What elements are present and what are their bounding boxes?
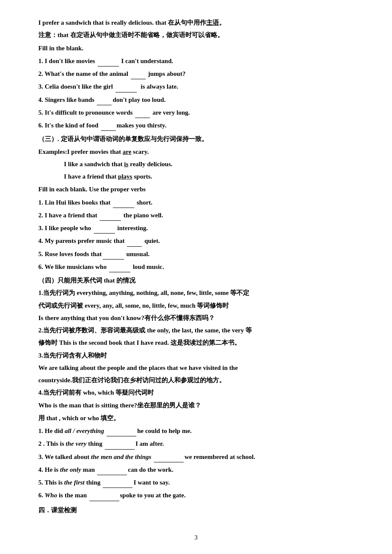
blank-s2-6 bbox=[109, 261, 130, 272]
blank-tww-5 bbox=[103, 476, 133, 488]
blank-s2-3 bbox=[94, 222, 115, 234]
point2-line1: 2.当先行词被序数词、形容词最高级或 the only, the last, t… bbox=[38, 325, 354, 336]
s2-item3: 3. I like people who interesting. bbox=[38, 222, 354, 234]
blank-s2-2 bbox=[100, 209, 121, 221]
page-number: 3 bbox=[0, 534, 392, 541]
italic-who: Who bbox=[45, 492, 57, 499]
s1-item4: 4. Singers like bands don't play too lou… bbox=[38, 94, 354, 105]
italic-only: the only bbox=[60, 466, 81, 473]
tww-item1: 1. He did all / everything he could to h… bbox=[38, 425, 354, 436]
intro-line1: I prefer a sandwich that is really delic… bbox=[38, 17, 354, 28]
s1-item2: 2. What's the name of the animal jumps a… bbox=[38, 68, 354, 79]
point3-header: 3.当先行词含有人和物时 bbox=[38, 350, 354, 361]
s1-item3: 3. Celia doesn't like the girl is always… bbox=[38, 81, 354, 92]
section2-fill-header: Fill in each blank. Use the proper verbs bbox=[38, 184, 354, 195]
point3-example2: countryside.我们正在讨论我们在乡村访问过的人和参观过的地方。 bbox=[38, 375, 354, 386]
blank-tww-2 bbox=[105, 438, 135, 449]
blank-2 bbox=[131, 68, 146, 79]
point2-line2: 修饰时 This is the second book that I have … bbox=[38, 337, 354, 348]
tww-item2: 2 . This is the very thing I am after. bbox=[38, 438, 354, 449]
example2: I like a sandwich that is really delicio… bbox=[64, 159, 354, 170]
blank-tww-4 bbox=[97, 464, 127, 475]
tww-item6: 6. Who is the man spoke to you at the ga… bbox=[38, 489, 354, 501]
section1-header: Fill in the blank. bbox=[38, 43, 354, 54]
s2-item1: 1. Lin Hui likes books that short. bbox=[38, 196, 354, 208]
blank-1 bbox=[98, 55, 119, 66]
section-classroom-header: 四．课堂检测 bbox=[38, 505, 354, 516]
s2-item2: 2. I have a friend that the piano well. bbox=[38, 209, 354, 221]
point4-header: 4.当先行词前有 who, which 等疑问代词时 bbox=[38, 387, 354, 398]
example-plays: plays bbox=[118, 173, 132, 180]
s1-item1: 1. I don't like movies I can't understan… bbox=[38, 55, 354, 66]
example-is: is bbox=[124, 161, 128, 167]
tww-item5: 5. This is the first thing I want to say… bbox=[38, 476, 354, 488]
tww-item3: 3. We talked about the men and the thing… bbox=[38, 451, 354, 462]
blank-6 bbox=[101, 119, 116, 131]
point3-example1: We are talking about the people and the … bbox=[38, 362, 354, 373]
fill-tww-header: 用 that , which or who 填空。 bbox=[38, 413, 354, 424]
s2-item6: 6. We like musicians who loud music. bbox=[38, 261, 354, 272]
italic-very: the very bbox=[66, 440, 86, 447]
examples-header: Examples:I prefer movies that are scary. bbox=[38, 146, 354, 157]
blank-s2-1 bbox=[113, 196, 134, 208]
italic-men: the men and the things bbox=[91, 453, 152, 460]
s2-item4: 4. My parents prefer music that quiet. bbox=[38, 235, 354, 246]
blank-s2-5 bbox=[103, 248, 124, 260]
s1-item5: 5. It's difficult to pronounce words are… bbox=[38, 107, 354, 118]
s1-item6: 6. It's the kind of food makes you thirs… bbox=[38, 119, 354, 131]
example3: I have a friend that plays sports. bbox=[64, 171, 354, 182]
s2-item5: 5. Rose loves foods that unusual. bbox=[38, 248, 354, 260]
point1-line2: 代词或先行词被 every, any, all, some, no, littl… bbox=[38, 300, 354, 311]
blank-4 bbox=[97, 94, 112, 105]
example-are: are bbox=[123, 148, 132, 155]
content: I prefer a sandwich that is really delic… bbox=[38, 17, 354, 516]
point1-example: Is there anything that you don't know?有什… bbox=[38, 312, 354, 323]
tww-item4: 4. He is the only man can do the work. bbox=[38, 464, 354, 475]
blank-tww-3 bbox=[154, 451, 184, 462]
point4-example: Who is the man that is sitting there?坐在那… bbox=[38, 400, 354, 411]
blank-3 bbox=[115, 81, 137, 92]
section4-zh-header: （四）只能用关系代词 that 的情况 bbox=[38, 275, 354, 286]
section3-zh-header: （三）. 定语从句中谓语动词的单复数应与先行词保持一致。 bbox=[38, 133, 354, 144]
blank-tww-1 bbox=[107, 425, 136, 436]
italic-all: all / everything bbox=[65, 427, 104, 434]
intro-line2: 注意：that 在定语从句中做主语时不能省略，做宾语时可以省略。 bbox=[38, 29, 354, 40]
blank-5 bbox=[135, 107, 150, 118]
point1-line1: 1.当先行词为 everything, anything, nothing, a… bbox=[38, 287, 354, 298]
blank-tww-6 bbox=[89, 489, 119, 501]
italic-first: the first bbox=[64, 479, 85, 486]
underline-subject: 主语 bbox=[206, 19, 219, 26]
blank-s2-4 bbox=[127, 235, 142, 246]
page: I prefer a sandwich that is really delic… bbox=[0, 0, 392, 554]
